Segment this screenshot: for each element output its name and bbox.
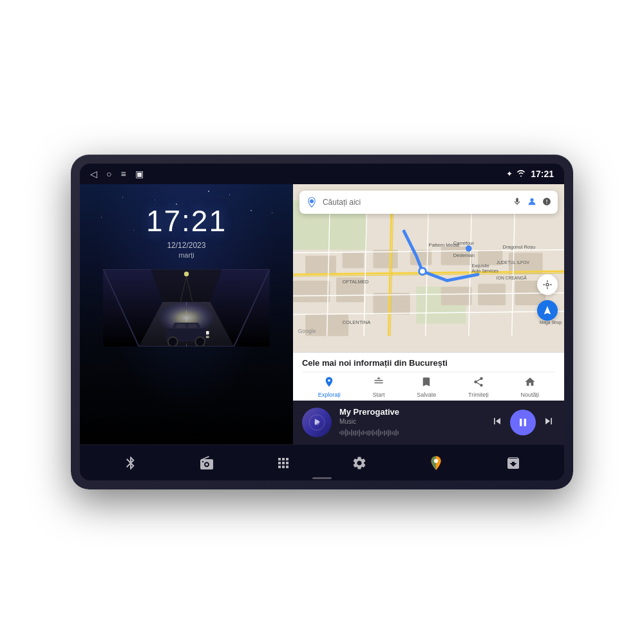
svg-rect-31 — [441, 287, 472, 305]
back-icon[interactable]: ◁ — [90, 169, 97, 179]
status-bar-left: ◁ ○ ≡ ▣ — [90, 169, 144, 179]
start-icon — [373, 376, 384, 390]
svg-text:Carrefour: Carrefour — [453, 240, 475, 246]
music-note-icon — [308, 413, 326, 431]
screenshot-icon[interactable]: ▣ — [135, 169, 144, 179]
svg-text:Exquisite: Exquisite — [471, 263, 489, 269]
home-icon[interactable]: ○ — [106, 169, 111, 179]
svg-point-61 — [310, 200, 314, 204]
map-tab-explore[interactable]: Explorați — [318, 376, 341, 398]
bluetooth-icon — [123, 455, 138, 471]
bottom-nav — [80, 444, 564, 480]
map-search-actions — [513, 196, 551, 209]
saved-icon — [421, 376, 432, 390]
svg-text:ION CREANGĂ: ION CREANGĂ — [497, 275, 527, 280]
news-label: Noutăți — [521, 392, 540, 398]
map-target-button[interactable] — [537, 274, 558, 295]
right-panel: Pattern Media Carrefour Dragonul Roșu De… — [293, 184, 564, 444]
prev-track-button[interactable] — [491, 415, 504, 431]
music-subtitle: Music — [339, 418, 483, 425]
map-tab-start[interactable]: Start — [373, 376, 385, 398]
svg-point-63 — [546, 283, 549, 286]
map-area[interactable]: Pattern Media Carrefour Dragonul Roșu De… — [293, 184, 564, 352]
svg-point-9 — [195, 337, 205, 346]
share-label: Trimiteți — [468, 392, 489, 398]
svg-rect-11 — [206, 336, 209, 338]
svg-point-59 — [420, 269, 425, 274]
apps-grid-icon — [276, 455, 291, 471]
nav-apps[interactable] — [276, 455, 291, 471]
box-icon — [506, 455, 521, 471]
svg-marker-13 — [187, 324, 197, 328]
map-info-strip: Cele mai noi informații din București Ex… — [293, 352, 564, 401]
more-options-icon[interactable] — [542, 197, 551, 208]
album-art-inner — [302, 408, 332, 437]
map-info-title: Cele mai noi informații din București — [302, 358, 555, 368]
svg-point-60 — [466, 245, 472, 252]
clock-date: 12/12/2023 — [167, 241, 205, 250]
music-info: My Prerogative Music — [339, 407, 483, 438]
svg-rect-32 — [373, 293, 410, 314]
svg-rect-10 — [206, 331, 209, 335]
svg-text:Auto Services: Auto Services — [471, 269, 498, 273]
play-pause-button[interactable] — [510, 410, 536, 435]
nav-maps[interactable] — [428, 455, 444, 471]
map-tab-share[interactable]: Trimiteți — [468, 376, 489, 398]
svg-text:Dedeman: Dedeman — [453, 252, 475, 258]
clock-display: 17:21 — [531, 169, 554, 179]
map-nav-tabs: Explorați Start — [302, 372, 555, 398]
news-icon — [524, 376, 536, 390]
status-icons: ✦ — [506, 169, 526, 179]
svg-point-8 — [168, 337, 178, 346]
map-search-bar[interactable]: Căutați aici — [299, 191, 558, 214]
svg-point-14 — [184, 272, 189, 276]
svg-text:Dragonul Roșu: Dragonul Roșu — [502, 244, 535, 250]
nav-bluetooth[interactable] — [123, 455, 138, 471]
nav-settings[interactable] — [352, 455, 367, 471]
music-player: My Prerogative Music — [293, 401, 564, 444]
google-maps-pin-icon — [306, 196, 317, 208]
svg-rect-22 — [373, 250, 397, 269]
device-screen: ◁ ○ ≡ ▣ ✦ 17:21 — [80, 164, 564, 480]
map-navigate-button[interactable] — [537, 300, 558, 321]
radio-icon — [199, 455, 214, 471]
settings-icon — [352, 455, 367, 471]
svg-text:Google: Google — [298, 328, 316, 334]
svg-text:JUDEȚUL ILFOV: JUDEȚUL ILFOV — [497, 260, 530, 265]
music-waveform — [339, 428, 483, 438]
status-bar: ◁ ○ ≡ ▣ ✦ 17:21 — [80, 164, 564, 184]
map-tab-saved[interactable]: Salvate — [417, 376, 436, 398]
explore-label: Explorați — [318, 392, 341, 398]
map-tab-news[interactable]: Noutăți — [521, 376, 540, 398]
svg-text:OFTALMED: OFTALMED — [342, 279, 369, 285]
saved-label: Salvate — [417, 392, 436, 398]
svg-text:COLENTINA: COLENTINA — [342, 319, 371, 325]
menu-icon[interactable]: ≡ — [120, 169, 126, 179]
svg-point-68 — [434, 459, 439, 463]
svg-text:Mega Shop: Mega Shop — [540, 320, 562, 325]
album-art — [302, 408, 332, 437]
voice-search-icon[interactable] — [513, 197, 522, 208]
share-icon — [473, 376, 484, 390]
nav-radio[interactable] — [199, 455, 214, 471]
status-bar-right: ✦ 17:21 — [506, 169, 554, 179]
music-controls — [491, 410, 555, 435]
maps-icon — [428, 455, 444, 471]
left-panel: 17:21 12/12/2023 marți — [80, 184, 293, 444]
clock-time: 17:21 — [146, 204, 227, 238]
svg-rect-30 — [478, 283, 506, 305]
svg-rect-21 — [342, 253, 363, 269]
main-content: 17:21 12/12/2023 marți — [80, 184, 564, 444]
svg-marker-12 — [176, 324, 187, 328]
swipe-handle[interactable] — [312, 477, 332, 479]
account-icon[interactable] — [527, 196, 537, 209]
svg-point-62 — [530, 198, 533, 201]
bluetooth-status-icon: ✦ — [506, 169, 513, 178]
start-label: Start — [373, 392, 385, 398]
wifi-status-icon — [516, 169, 526, 179]
next-track-button[interactable] — [542, 415, 555, 431]
clock-day: marți — [178, 251, 194, 259]
svg-rect-64 — [374, 383, 383, 384]
nav-box[interactable] — [506, 455, 521, 471]
svg-rect-20 — [305, 256, 336, 274]
